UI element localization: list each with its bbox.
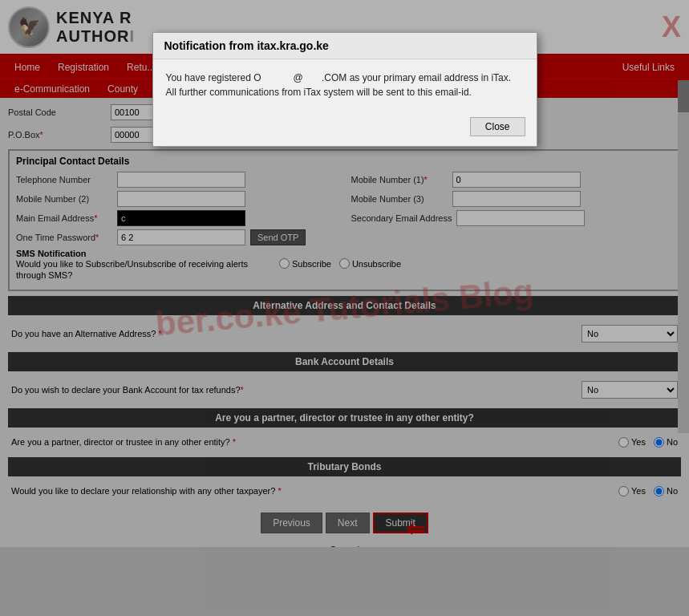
modal-overlay: Notification from itax.kra.go.ke You hav… <box>0 0 689 616</box>
modal-message: You have registered O @ .COM as your pri… <box>166 72 512 98</box>
modal-dialog: Notification from itax.kra.go.ke You hav… <box>152 32 537 147</box>
modal-close-button[interactable]: Close <box>470 117 525 136</box>
modal-footer: Close <box>153 111 537 146</box>
modal-title: Notification from itax.kra.go.ke <box>153 33 537 59</box>
modal-body: You have registered O @ .COM as your pri… <box>153 59 537 111</box>
